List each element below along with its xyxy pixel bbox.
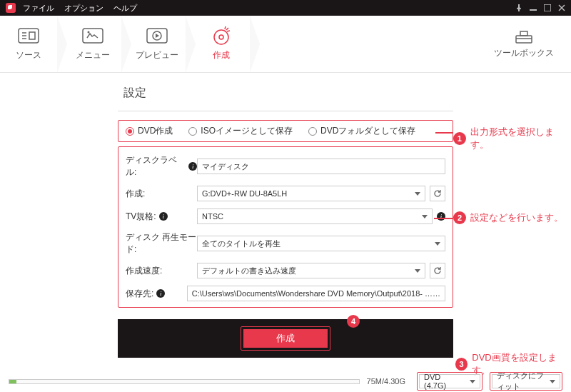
pin-icon[interactable] [515, 4, 522, 11]
tab-source-label: ソース [16, 49, 41, 61]
callout-1-text: 出力形式を選択します。 [470, 126, 571, 151]
callout-number-icon: 4 [347, 315, 360, 328]
svg-point-8 [214, 30, 228, 44]
chevron-down-icon [422, 215, 428, 218]
radio-dvd-label: DVD作成 [138, 125, 173, 137]
disc-label-input[interactable]: マイディスク [197, 159, 445, 174]
menu-file[interactable]: ファイル [23, 3, 54, 14]
create-icon [208, 26, 234, 45]
tab-menu-label: メニュー [76, 49, 110, 61]
create-button-highlight: 作成 [241, 326, 330, 351]
tab-preview-label: プレビュー [136, 49, 178, 61]
save-path-field[interactable]: C:\Users\ws\Documents\Wondershare DVD Me… [187, 286, 445, 301]
info-icon[interactable]: i [188, 162, 197, 171]
refresh-button[interactable] [430, 186, 445, 201]
fit-mode-select[interactable]: ディスクにフィット [492, 374, 560, 388]
callout-line [434, 218, 453, 219]
tab-toolbox-label: ツールボックス [494, 47, 554, 59]
radio-icon [126, 127, 134, 136]
label-save-to: 保存先:i [126, 288, 187, 300]
chevron-down-icon [470, 380, 475, 383]
close-icon[interactable] [558, 4, 565, 11]
tab-source[interactable]: ソース [0, 16, 57, 73]
menu-help[interactable]: ヘルプ [113, 3, 137, 14]
settings-group: ディスクラベル:i マイディスク 作成: G:DVD+-RW DU-8A5LH … [118, 146, 453, 308]
svg-rect-10 [516, 36, 532, 43]
label-play-mode: ディスク 再生モード: [126, 231, 197, 256]
settings-panel: 設定 DVD作成 ISOイメージとして保存 DVDフォルダとして保存 ディスクラ… [118, 79, 453, 358]
play-mode-select[interactable]: 全てのタイトルを再生 [197, 236, 445, 251]
tab-create[interactable]: 作成 [193, 16, 250, 73]
radio-dvd[interactable]: DVD作成 [126, 125, 173, 137]
callout-line [435, 132, 453, 134]
chevron-down-icon [415, 192, 420, 196]
create-bar: 作成 [118, 319, 453, 358]
title-bar: ファイル オプション ヘルプ [0, 0, 571, 16]
capacity-combo-highlight: DVD (4.7G) [417, 372, 482, 391]
radio-folder-label: DVDフォルダとして保存 [320, 125, 415, 137]
radio-iso[interactable]: ISOイメージとして保存 [188, 125, 293, 137]
radio-iso-label: ISOイメージとして保存 [201, 125, 293, 137]
panel-title: 設定 [118, 79, 453, 111]
label-speed: 作成速度: [126, 265, 197, 277]
radio-folder[interactable]: DVDフォルダとして保存 [308, 125, 415, 137]
output-format-group: DVD作成 ISOイメージとして保存 DVDフォルダとして保存 [118, 120, 453, 142]
app-logo-icon [6, 3, 16, 13]
chevron-down-icon [415, 269, 420, 273]
svg-point-5 [88, 31, 90, 34]
svg-point-9 [219, 35, 223, 39]
chevron-down-icon [435, 242, 440, 246]
label-create-to: 作成: [126, 188, 197, 200]
label-disc-label: ディスクラベル:i [126, 154, 197, 179]
tv-standard-select[interactable]: NTSC [197, 208, 433, 224]
callout-2-text: 設定などを行います。 [470, 211, 563, 224]
label-tv-standard: TV規格:i [126, 211, 197, 223]
svg-rect-0 [530, 9, 537, 11]
svg-rect-3 [29, 32, 35, 39]
svg-rect-1 [544, 4, 551, 11]
browse-icon[interactable]: … [433, 289, 440, 298]
disc-usage-text: 75M/4.30G [367, 377, 410, 386]
info-icon[interactable]: i [159, 212, 168, 221]
fit-combo-highlight: ディスクにフィット [490, 372, 562, 391]
callout-2: 2 設定などを行います。 [453, 211, 563, 224]
tab-menu[interactable]: メニュー [64, 16, 121, 73]
maximize-icon[interactable] [544, 4, 551, 11]
create-target-select[interactable]: G:DVD+-RW DU-8A5LH [197, 186, 425, 201]
info-icon[interactable]: i [156, 289, 165, 298]
chevron-down-icon [550, 380, 555, 383]
refresh-button[interactable] [430, 263, 445, 278]
dvd-capacity-select[interactable]: DVD (4.7G) [419, 374, 480, 388]
disc-usage-bar [9, 379, 360, 384]
callout-1: 1 出力形式を選択します。 [453, 126, 571, 151]
callout-4: 4 [347, 315, 360, 328]
create-button[interactable]: 作成 [243, 329, 328, 348]
menu-icon [80, 26, 106, 45]
preview-icon [144, 26, 170, 45]
tab-create-label: 作成 [213, 49, 230, 61]
tab-preview[interactable]: プレビュー [128, 16, 186, 73]
callout-number-icon: 2 [453, 211, 466, 224]
source-icon [16, 26, 41, 45]
toolbox-icon [513, 29, 535, 44]
radio-icon [308, 127, 317, 136]
svg-rect-2 [19, 29, 39, 43]
svg-rect-11 [520, 31, 527, 36]
minimize-icon[interactable] [530, 4, 537, 11]
tab-toolbox[interactable]: ツールボックス [494, 29, 571, 59]
menu-option[interactable]: オプション [64, 3, 103, 14]
burn-speed-select[interactable]: デフォルトの書き込み速度 [197, 263, 425, 278]
info-icon[interactable]: i [437, 212, 445, 221]
disc-usage-fill [9, 380, 16, 383]
callout-number-icon: 1 [453, 132, 466, 145]
tab-bar: ソース メニュー プレビュー 作成 ツールボックス [0, 16, 571, 73]
radio-icon [188, 127, 197, 136]
footer-bar: 75M/4.30G DVD (4.7G) ディスクにフィット [0, 369, 571, 392]
